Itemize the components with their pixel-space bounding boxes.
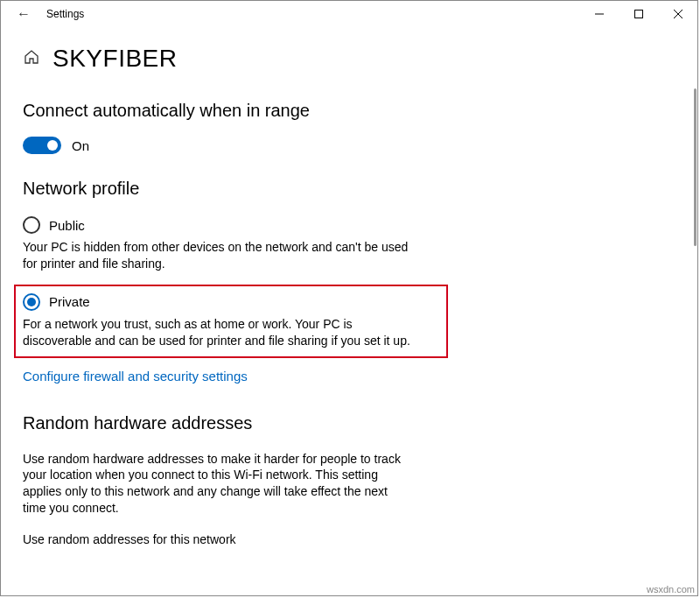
- close-button[interactable]: [658, 1, 697, 27]
- radio-icon: [23, 293, 40, 311]
- radio-public-desc: Your PC is hidden from other devices on …: [23, 239, 415, 272]
- back-button[interactable]: ←: [10, 3, 38, 25]
- settings-window: ← Settings SKYFIBER Connect automaticall…: [0, 0, 698, 596]
- radio-public-label: Public: [49, 218, 85, 233]
- random-hw-desc: Use random hardware addresses to make it…: [23, 451, 408, 517]
- autoconnect-toggle[interactable]: [23, 137, 61, 154]
- svg-rect-1: [634, 11, 642, 18]
- maximize-button[interactable]: [619, 1, 658, 27]
- toggle-knob-icon: [47, 140, 58, 151]
- minimize-button[interactable]: [579, 1, 619, 27]
- radio-dot-icon: [27, 298, 36, 306]
- home-icon[interactable]: [23, 48, 40, 70]
- autoconnect-toggle-row: On: [23, 137, 676, 154]
- radio-private-label: Private: [49, 294, 90, 309]
- autoconnect-heading: Connect automatically when in range: [23, 101, 676, 121]
- page-title: SKYFIBER: [52, 45, 177, 73]
- firewall-link[interactable]: Configure firewall and security settings: [23, 369, 248, 383]
- page-header: SKYFIBER: [23, 45, 676, 73]
- window-title: Settings: [46, 8, 84, 20]
- titlebar: ← Settings: [1, 1, 697, 27]
- radio-icon: [23, 216, 40, 234]
- radio-public[interactable]: Public: [23, 216, 415, 234]
- autoconnect-toggle-label: On: [72, 138, 89, 153]
- network-profile-heading: Network profile: [23, 179, 676, 199]
- radio-private-desc: For a network you trust, such as at home…: [23, 316, 416, 349]
- watermark: wsxdn.com: [647, 584, 695, 594]
- private-highlight-box: Private For a network you trust, such as…: [14, 285, 448, 358]
- window-controls: [579, 1, 697, 27]
- content-area: SKYFIBER Connect automatically when in r…: [1, 27, 697, 595]
- scrollbar[interactable]: [694, 88, 696, 246]
- random-hw-field-label: Use random addresses for this network: [23, 532, 676, 546]
- radio-private[interactable]: Private: [23, 293, 439, 311]
- network-profile-group: Public Your PC is hidden from other devi…: [23, 216, 415, 383]
- random-hw-heading: Random hardware addresses: [23, 413, 676, 433]
